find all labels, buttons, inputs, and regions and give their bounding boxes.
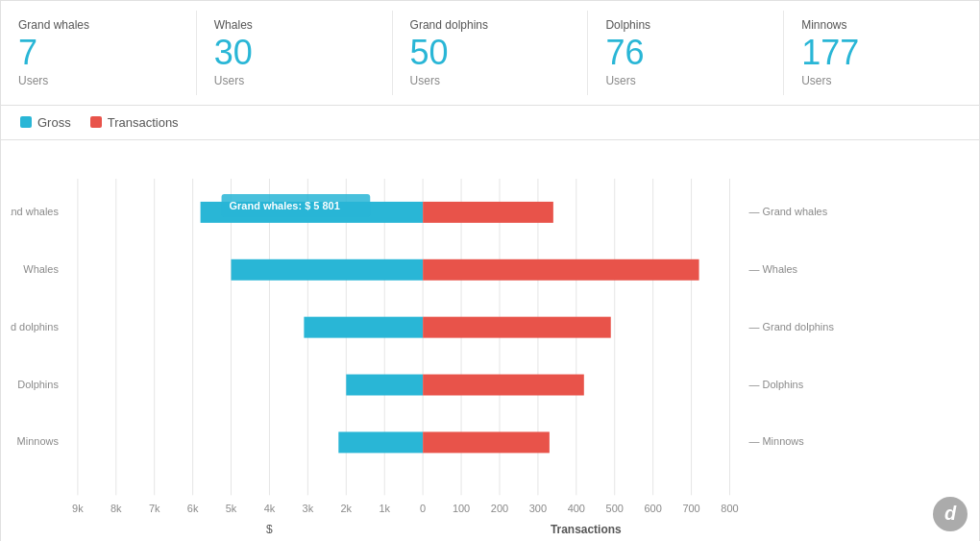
bar-whales-gross	[232, 258, 424, 280]
y-label-right-grand-dolphins: — Grand dolphins	[748, 320, 834, 332]
y-label-whales: Whales	[23, 262, 59, 274]
bar-grand-dolphins-gross	[304, 316, 423, 337]
legend-row: Gross Transactions	[1, 106, 979, 140]
x-label-100: 100	[453, 503, 470, 514]
bar-minnows-transactions	[423, 431, 550, 453]
y-label-right-dolphins: — Dolphins	[748, 378, 803, 389]
stat-dolphins-sub: Users	[605, 74, 766, 87]
stat-dolphins-label: Dolphins	[605, 18, 766, 32]
stat-dolphins: Dolphins 76 Users	[588, 11, 784, 95]
transactions-label: Transactions	[108, 115, 179, 130]
y-label-right-whales: — Whales	[748, 262, 797, 274]
stats-row: Grand whales 7 Users Whales 30 Users Gra…	[1, 1, 979, 106]
stat-minnows-label: Minnows	[801, 18, 962, 32]
bar-whales-transactions	[423, 258, 698, 280]
chart-area: Grand whales Whales Grand dolphins Dolph…	[1, 140, 979, 541]
stat-whales-sub: Users	[214, 74, 375, 87]
bar-chart: Grand whales Whales Grand dolphins Dolph…	[11, 160, 969, 533]
stat-minnows: Minnows 177 Users	[784, 11, 979, 95]
x-label-500: 500	[606, 503, 624, 514]
gross-label: Gross	[37, 115, 71, 130]
x-label-7k: 7k	[149, 503, 160, 514]
x-label-0: 0	[420, 503, 426, 514]
y-label-minnows: Minnows	[17, 435, 60, 447]
y-label-dolphins: Dolphins	[17, 378, 59, 389]
stat-whales-value: 30	[214, 34, 375, 72]
x-label-300: 300	[529, 503, 547, 514]
stat-grand-dolphins: Grand dolphins 50 Users	[393, 11, 589, 95]
x-label-1k: 1k	[379, 503, 390, 514]
legend-gross[interactable]: Gross	[20, 115, 71, 130]
y-label-grand-whales: Grand whales	[11, 205, 59, 216]
bar-grand-whales-transactions	[423, 202, 553, 223]
x-label-700: 700	[682, 503, 699, 514]
stat-grand-whales: Grand whales 7 Users	[1, 11, 197, 95]
x-label-4k: 4k	[264, 503, 276, 514]
x-axis-left-label: $	[266, 523, 273, 533]
x-label-9k: 9k	[72, 503, 84, 514]
bar-dolphins-gross	[346, 374, 423, 395]
stat-grand-whales-value: 7	[18, 34, 179, 72]
tooltip-text: Grand whales: $ 5 801	[230, 199, 340, 210]
y-label-right-grand-whales: — Grand whales	[748, 205, 827, 216]
main-container: Grand whales 7 Users Whales 30 Users Gra…	[0, 0, 980, 541]
stat-grand-dolphins-label: Grand dolphins	[410, 18, 571, 32]
stat-grand-whales-sub: Users	[18, 74, 179, 87]
x-label-800: 800	[721, 503, 738, 514]
stat-grand-dolphins-value: 50	[410, 34, 571, 72]
x-label-400: 400	[568, 503, 585, 514]
y-label-grand-dolphins: Grand dolphins	[11, 320, 59, 332]
x-label-8k: 8k	[110, 503, 122, 514]
x-label-5k: 5k	[226, 503, 237, 514]
stat-minnows-sub: Users	[801, 74, 962, 87]
gross-dot	[20, 116, 32, 128]
bar-minnows-gross	[338, 431, 423, 453]
stat-dolphins-value: 76	[605, 34, 766, 72]
y-label-right-minnows: — Minnows	[748, 435, 804, 447]
x-label-600: 600	[645, 503, 662, 514]
stat-grand-whales-label: Grand whales	[18, 18, 179, 32]
x-label-6k: 6k	[187, 503, 199, 514]
stat-whales: Whales 30 Users	[197, 11, 393, 95]
x-label-200: 200	[491, 503, 508, 514]
bar-grand-dolphins-transactions	[423, 316, 611, 337]
legend-transactions[interactable]: Transactions	[90, 115, 179, 130]
x-axis-right-label: Transactions	[551, 523, 622, 533]
logo-circle: d	[933, 497, 968, 531]
x-label-2k: 2k	[341, 503, 353, 514]
x-label-3k: 3k	[303, 503, 314, 514]
transactions-dot	[90, 116, 102, 128]
stat-whales-label: Whales	[214, 18, 375, 32]
stat-grand-dolphins-sub: Users	[410, 74, 571, 87]
stat-minnows-value: 177	[801, 34, 962, 72]
bar-dolphins-transactions	[423, 374, 584, 395]
